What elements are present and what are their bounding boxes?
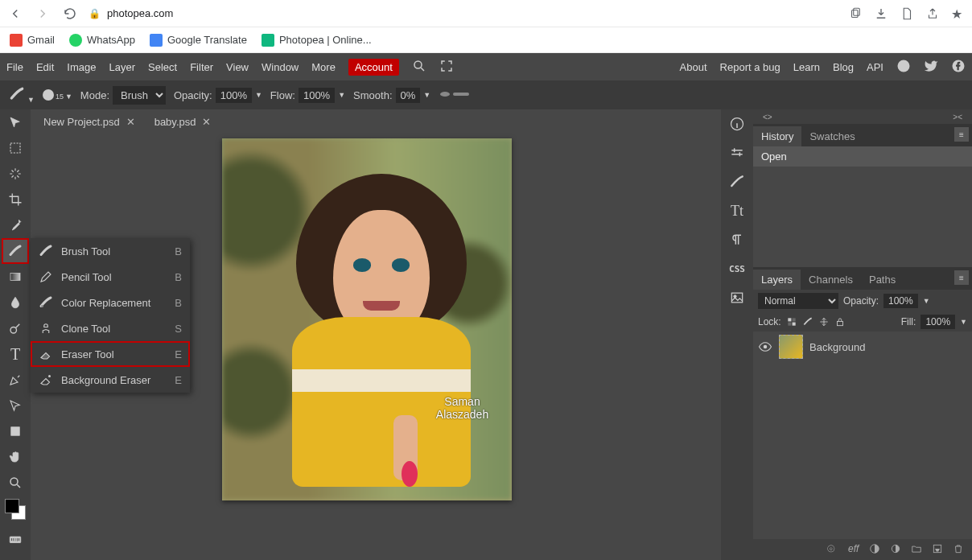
lock-move-icon[interactable] (818, 316, 830, 327)
menu-image[interactable]: Image (67, 61, 96, 73)
type-tool[interactable]: T (2, 341, 29, 367)
hand-tool[interactable] (2, 444, 29, 470)
back-button[interactable] (6, 5, 24, 23)
new-layer-icon[interactable] (932, 543, 945, 556)
menu-file[interactable]: File (6, 61, 23, 73)
canvas-image[interactable]: SamanAlaszadeh (222, 138, 512, 500)
link-api[interactable]: API (867, 61, 883, 73)
info-icon[interactable] (721, 109, 753, 138)
document-icon[interactable] (900, 6, 914, 21)
css-icon[interactable]: CSS (721, 254, 753, 283)
brush-stroke-icon[interactable] (439, 89, 471, 102)
forward-button[interactable] (34, 5, 51, 23)
menu-layer[interactable]: Layer (109, 61, 136, 73)
fg-color[interactable] (5, 499, 19, 513)
tab-channels[interactable]: Channels (801, 270, 861, 290)
panel-collapse-arrows[interactable]: <>>< (753, 109, 972, 124)
opacity-value[interactable]: 100% (216, 88, 252, 103)
menu-view[interactable]: View (226, 61, 249, 73)
crop-tool[interactable] (2, 187, 29, 212)
smooth-value[interactable]: 0% (396, 88, 421, 103)
tab-paths[interactable]: Paths (861, 270, 904, 290)
trash-icon[interactable] (953, 543, 966, 556)
zoom-tool[interactable] (2, 470, 29, 496)
tab-baby[interactable]: baby.psd✕ (146, 113, 220, 131)
link-report-bug[interactable]: Report a bug (720, 61, 780, 73)
facebook-icon[interactable] (951, 59, 966, 76)
link-layers-icon[interactable]: ⦾ (827, 543, 840, 556)
pen-tool[interactable] (2, 367, 29, 393)
brush-tool[interactable] (2, 238, 29, 264)
eyedropper-tool[interactable] (2, 212, 29, 238)
tab-history[interactable]: History (753, 126, 801, 146)
flyout-pencil[interactable]: Pencil ToolB (31, 264, 190, 290)
color-swatch[interactable] (5, 499, 26, 520)
menu-more[interactable]: More (311, 61, 336, 73)
mode-select[interactable]: Brush (113, 86, 166, 105)
address-bar[interactable]: 🔒 photopea.com (89, 7, 838, 19)
tab-new-project[interactable]: New Project.psd✕ (35, 113, 143, 131)
paragraph-icon[interactable] (721, 225, 753, 254)
dodge-tool[interactable] (2, 315, 29, 341)
layer-background[interactable]: Background (753, 331, 972, 362)
close-icon[interactable]: ✕ (202, 116, 211, 128)
adjustment-layer-icon[interactable] (890, 543, 903, 556)
tool-indicator-icon[interactable]: ▼ (6, 86, 35, 105)
fullscreen-icon[interactable] (439, 59, 454, 76)
mask-icon[interactable] (869, 543, 882, 556)
path-select-tool[interactable] (2, 393, 29, 418)
marquee-tool[interactable] (2, 135, 29, 161)
close-icon[interactable]: ✕ (126, 116, 135, 128)
flyout-clone[interactable]: Clone ToolS (31, 315, 190, 341)
link-about[interactable]: About (680, 61, 707, 73)
history-item-open[interactable]: Open (753, 146, 972, 167)
blend-mode-select[interactable]: Normal (758, 293, 838, 309)
wand-tool[interactable] (2, 161, 29, 187)
panel-menu-icon[interactable]: ≡ (954, 127, 969, 142)
download-icon[interactable] (874, 6, 888, 21)
flyout-bg-eraser[interactable]: Background EraserE (31, 367, 190, 393)
menu-window[interactable]: Window (262, 61, 299, 73)
flow-value[interactable]: 100% (299, 88, 335, 103)
folder-icon[interactable] (911, 543, 924, 556)
panel-menu-icon[interactable]: ≡ (954, 270, 969, 285)
tab-layers[interactable]: Layers (753, 270, 801, 290)
tab-swatches[interactable]: Swatches (801, 126, 863, 146)
lock-brush-icon[interactable] (802, 316, 813, 327)
adjustments-icon[interactable] (721, 138, 753, 167)
flyout-eraser[interactable]: Eraser ToolE (31, 341, 190, 367)
layer-opacity-value[interactable]: 100% (883, 294, 918, 308)
menu-filter[interactable]: Filter (190, 61, 213, 73)
fill-value[interactable]: 100% (921, 315, 955, 329)
lock-all-icon[interactable] (834, 316, 846, 327)
account-button[interactable]: Account (348, 59, 399, 76)
menu-select[interactable]: Select (148, 61, 177, 73)
layer-thumbnail[interactable] (779, 335, 803, 359)
brushes-icon[interactable] (721, 167, 753, 196)
bookmark-gmail[interactable]: Gmail (10, 34, 55, 47)
link-learn[interactable]: Learn (793, 61, 820, 73)
visibility-icon[interactable] (758, 340, 772, 354)
menu-edit[interactable]: Edit (36, 61, 54, 73)
reload-button[interactable] (61, 5, 79, 23)
bookmark-whatsapp[interactable]: WhatsApp (69, 34, 135, 47)
lock-pixels-icon[interactable] (786, 316, 797, 327)
quick-mask-icon[interactable] (2, 526, 29, 552)
reddit-icon[interactable] (896, 59, 911, 76)
copy-icon[interactable] (848, 6, 863, 21)
bookmark-photopea[interactable]: Photopea | Online... (262, 34, 372, 47)
search-icon[interactable] (412, 59, 426, 76)
twitter-icon[interactable] (924, 59, 938, 76)
gallery-icon[interactable] (721, 283, 753, 312)
move-tool[interactable] (2, 109, 29, 135)
flyout-color-replacement[interactable]: Color ReplacementB (31, 290, 190, 315)
link-blog[interactable]: Blog (833, 61, 854, 73)
fx-icon[interactable]: eff (848, 543, 861, 556)
shape-tool[interactable] (2, 418, 29, 444)
flyout-brush[interactable]: Brush ToolB (31, 238, 190, 264)
brush-preset-icon[interactable]: 15▼ (43, 89, 72, 101)
blur-tool[interactable] (2, 290, 29, 315)
bookmark-star-icon[interactable]: ★ (951, 6, 966, 21)
character-icon[interactable]: Tt (721, 196, 753, 225)
gradient-tool[interactable] (2, 264, 29, 290)
